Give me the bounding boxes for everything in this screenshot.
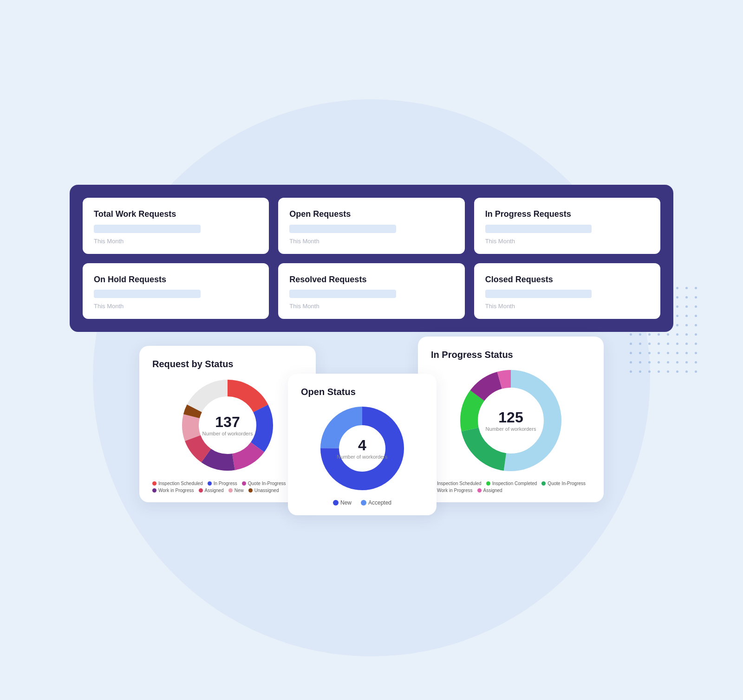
- in-progress-status-legend: Inspection Scheduled Inspection Complete…: [431, 481, 591, 493]
- legend-dot-open-accepted: [361, 500, 366, 506]
- stat-card-closed-bar: [485, 290, 592, 298]
- legend-item-new: New: [228, 488, 244, 493]
- stat-card-open[interactable]: Open Requests This Month: [278, 198, 464, 253]
- stat-card-resolved[interactable]: Resolved Requests This Month: [278, 263, 464, 319]
- legend-item-unassigned: Unassigned: [248, 488, 279, 493]
- legend-dot-inspection: [152, 481, 156, 486]
- legend-dot-open-new: [333, 500, 339, 506]
- legend-label-assigned: Assigned: [205, 488, 224, 493]
- in-progress-status-center: 125 Number of workorders: [486, 409, 536, 432]
- stat-card-open-period: This Month: [289, 238, 453, 245]
- stat-card-resolved-period: This Month: [289, 303, 453, 310]
- legend-dot-ip-completed: [486, 481, 490, 486]
- legend-item-assigned: Assigned: [199, 488, 224, 493]
- legend-item-ip-assigned: Assigned: [477, 488, 502, 493]
- legend-dot-new: [228, 488, 233, 493]
- in-progress-status-label: Number of workorders: [486, 426, 536, 432]
- stat-card-open-title: Open Requests: [289, 209, 453, 220]
- legend-item-open-new: New: [333, 499, 352, 506]
- stat-card-resolved-title: Resolved Requests: [289, 274, 453, 285]
- stat-card-closed-title: Closed Requests: [485, 274, 649, 285]
- request-by-status-label: Number of workorders: [202, 431, 253, 436]
- legend-item-ip-inspection-scheduled: Inspection Scheduled: [431, 481, 482, 486]
- open-status-card[interactable]: Open Status 4 Number of workorders New: [288, 374, 437, 515]
- legend-item-in-progress: In Progress: [208, 481, 237, 486]
- legend-dot-in-progress: [208, 481, 212, 486]
- stat-card-inprogress[interactable]: In Progress Requests This Month: [474, 198, 660, 253]
- stat-card-open-bar: [289, 225, 396, 233]
- open-status-number: 4: [358, 437, 366, 454]
- open-status-title: Open Status: [301, 387, 424, 397]
- stat-card-onhold-title: On Hold Requests: [94, 274, 258, 285]
- legend-dot-ip-quote: [541, 481, 546, 486]
- stat-card-closed-period: This Month: [485, 303, 649, 310]
- legend-dot-unassigned: [248, 488, 253, 493]
- stat-card-closed[interactable]: Closed Requests This Month: [474, 263, 660, 319]
- stat-card-onhold[interactable]: On Hold Requests This Month: [83, 263, 269, 319]
- stat-card-inprogress-period: This Month: [485, 238, 649, 245]
- in-progress-status-title: In Progress Status: [431, 350, 591, 360]
- stat-card-resolved-bar: [289, 290, 396, 298]
- legend-label-inspection: Inspection Scheduled: [158, 481, 203, 486]
- in-progress-status-number: 125: [498, 409, 523, 426]
- in-progress-status-donut: 125 Number of workorders: [455, 365, 567, 476]
- legend-item-quote: Quote In-Progress: [242, 481, 286, 486]
- legend-item-ip-work: Work in Progress: [431, 488, 473, 493]
- legend-dot-quote: [242, 481, 246, 486]
- open-status-legend: New Accepted: [301, 499, 424, 506]
- legend-dot-work: [152, 488, 156, 493]
- legend-label-new: New: [235, 488, 244, 493]
- stat-card-inprogress-title: In Progress Requests: [485, 209, 649, 220]
- legend-item-open-accepted: Accepted: [361, 499, 391, 506]
- stat-card-inprogress-bar: [485, 225, 592, 233]
- legend-label-in-progress: In Progress: [214, 481, 237, 486]
- open-status-label: Number of workorders: [337, 454, 388, 460]
- main-container: Total Work Requests This Month Open Requ…: [70, 185, 673, 515]
- legend-label-work: Work in Progress: [158, 488, 194, 493]
- legend-label-unassigned: Unassigned: [254, 488, 279, 493]
- stat-card-total-bar: [94, 225, 201, 233]
- stat-card-onhold-period: This Month: [94, 303, 258, 310]
- open-status-donut: 4 Number of workorders: [316, 402, 409, 495]
- dashboard-panel: Total Work Requests This Month Open Requ…: [70, 185, 673, 332]
- legend-label-open-new: New: [340, 499, 352, 506]
- legend-dot-ip-assigned: [477, 488, 482, 493]
- legend-item-work: Work in Progress: [152, 488, 194, 493]
- legend-label-quote: Quote In-Progress: [248, 481, 286, 486]
- in-progress-status-card[interactable]: In Progress Status 125 Nu: [418, 337, 604, 502]
- legend-item-inspection-scheduled: Inspection Scheduled: [152, 481, 203, 486]
- stat-card-onhold-bar: [94, 290, 201, 298]
- request-by-status-legend: Inspection Scheduled In Progress Quote I…: [152, 481, 303, 493]
- legend-item-ip-inspection-completed: Inspection Completed: [486, 481, 537, 486]
- legend-label-ip-quote: Quote In-Progress: [547, 481, 586, 486]
- legend-label-ip-assigned: Assigned: [483, 488, 502, 493]
- request-by-status-title: Request by Status: [152, 359, 303, 369]
- legend-label-open-accepted: Accepted: [368, 499, 391, 506]
- legend-dot-assigned: [199, 488, 203, 493]
- request-by-status-number: 137: [215, 414, 240, 431]
- stat-card-total-period: This Month: [94, 238, 258, 245]
- request-by-status-center: 137 Number of workorders: [202, 414, 253, 436]
- legend-label-ip-inspection: Inspection Scheduled: [437, 481, 482, 486]
- stat-card-total[interactable]: Total Work Requests This Month: [83, 198, 269, 253]
- request-by-status-donut: 137 Number of workorders: [176, 374, 279, 476]
- charts-row: Request by Status: [70, 346, 673, 515]
- legend-label-ip-work: Work in Progress: [437, 488, 473, 493]
- legend-label-ip-completed: Inspection Completed: [492, 481, 537, 486]
- stat-card-total-title: Total Work Requests: [94, 209, 258, 220]
- legend-item-ip-quote: Quote In-Progress: [541, 481, 586, 486]
- open-status-center: 4 Number of workorders: [337, 437, 388, 460]
